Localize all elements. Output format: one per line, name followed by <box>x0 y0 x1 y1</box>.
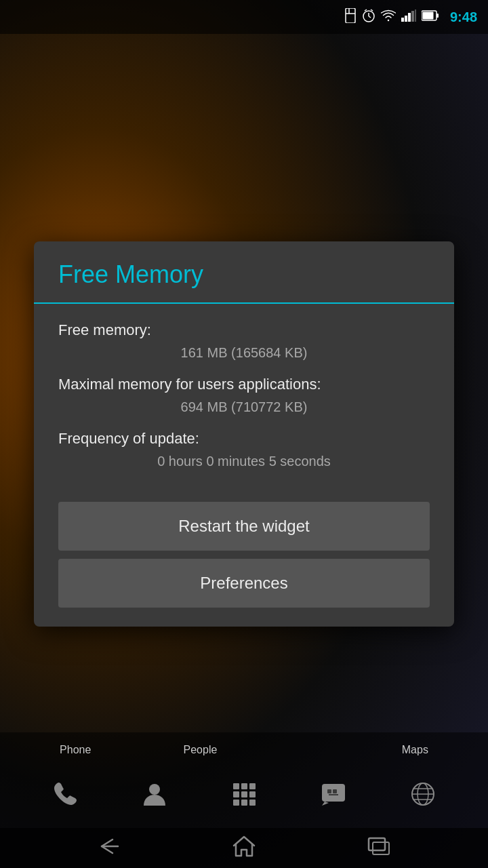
frequency-label: Frequency of update: <box>58 429 430 450</box>
maximal-memory-label: Maximal memory for users applications: <box>58 374 430 395</box>
dialog-overlay: Free Memory Free memory: 161 MB (165684 … <box>0 0 488 868</box>
maximal-memory-row: Maximal memory for users applications: 6… <box>58 374 430 415</box>
dialog-buttons: Restart the widget Preferences <box>34 502 454 627</box>
free-memory-row: Free memory: 161 MB (165684 KB) <box>58 320 430 361</box>
frequency-value: 0 hours 0 minutes 5 seconds <box>58 454 430 469</box>
frequency-row: Frequency of update: 0 hours 0 minutes 5… <box>58 429 430 469</box>
dialog-header: Free Memory <box>34 241 454 304</box>
free-memory-value: 161 MB (165684 KB) <box>58 345 430 361</box>
free-memory-dialog: Free Memory Free memory: 161 MB (165684 … <box>34 241 454 626</box>
preferences-button[interactable]: Preferences <box>58 559 430 608</box>
free-memory-label: Free memory: <box>58 320 430 341</box>
dialog-title: Free Memory <box>58 260 430 289</box>
maximal-memory-value: 694 MB (710772 KB) <box>58 399 430 415</box>
dialog-content: Free memory: 161 MB (165684 KB) Maximal … <box>34 304 454 501</box>
restart-widget-button[interactable]: Restart the widget <box>58 502 430 551</box>
